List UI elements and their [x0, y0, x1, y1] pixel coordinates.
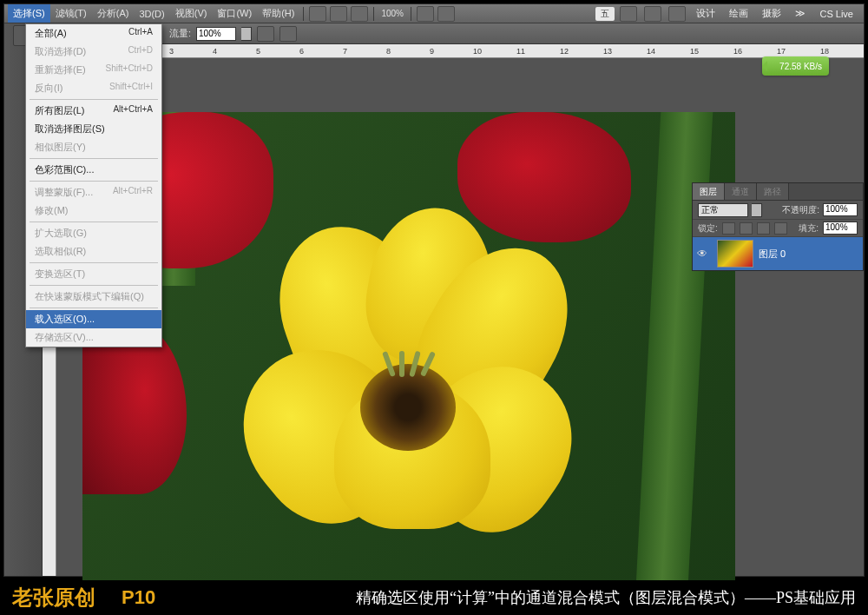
- menu-item: 反向(I)Shift+Ctrl+I: [26, 79, 161, 97]
- toolbar-btn[interactable]: [437, 6, 455, 22]
- separator: [411, 7, 411, 21]
- caption-bar: 老张原创 P10 精确选区使用“计算”中的通道混合模式（图层混合模式）——PS基…: [0, 580, 868, 615]
- link-more[interactable]: ≫: [790, 8, 811, 19]
- flow-input[interactable]: 100%: [196, 27, 236, 41]
- ime-indicator[interactable]: 五: [595, 7, 615, 21]
- menu-separator: [30, 99, 158, 100]
- menu-3d[interactable]: 3D(D): [134, 4, 169, 23]
- lock-all-icon[interactable]: [774, 222, 787, 235]
- menu-separator: [30, 262, 158, 263]
- dropdown-arrow-icon[interactable]: [752, 203, 762, 217]
- zoom-value[interactable]: 100%: [381, 9, 404, 18]
- toolbar-btn[interactable]: [620, 6, 637, 22]
- lock-label: 锁定:: [698, 222, 718, 235]
- menu-item: 选取相似(R): [26, 242, 161, 261]
- menu-item: 修改(M): [26, 202, 161, 220]
- menu-window[interactable]: 窗口(W): [212, 4, 257, 23]
- layer-thumbnail[interactable]: [717, 240, 753, 268]
- download-speed-badge: 72.58 KB/s: [762, 56, 829, 76]
- menu-item[interactable]: 色彩范围(C)...: [26, 161, 161, 179]
- lock-position-icon[interactable]: [757, 222, 770, 235]
- fill-label: 填充:: [799, 222, 819, 235]
- menubar-right: 五 设计 绘画 摄影 ≫ CS Live: [595, 6, 864, 22]
- visibility-eye-icon[interactable]: 👁: [693, 248, 712, 260]
- app-window: 选择(S) 滤镜(T) 分析(A) 3D(D) 视图(V) 窗口(W) 帮助(H…: [3, 3, 865, 577]
- page-number: P10: [122, 586, 155, 609]
- tab-channels[interactable]: 通道: [725, 183, 757, 200]
- menu-select[interactable]: 选择(S): [8, 4, 50, 23]
- blend-mode-select[interactable]: 正常: [698, 203, 748, 217]
- separator: [373, 7, 374, 21]
- author-brand: 老张原创: [12, 584, 95, 612]
- layer-list: 👁 图层 0: [693, 237, 863, 270]
- speed-value: 72.58 KB/s: [779, 62, 822, 71]
- toolbar-btn[interactable]: [330, 6, 347, 22]
- cs-live[interactable]: CS Live: [814, 9, 858, 19]
- menu-bar: 选择(S) 滤镜(T) 分析(A) 3D(D) 视图(V) 窗口(W) 帮助(H…: [4, 4, 864, 23]
- toolbar-btn[interactable]: [668, 6, 686, 22]
- tab-paths[interactable]: 路径: [757, 183, 789, 200]
- tab-layers[interactable]: 图层: [693, 183, 725, 200]
- menu-item: 取消选择(D)Ctrl+D: [26, 43, 161, 61]
- layer-row[interactable]: 👁 图层 0: [693, 237, 863, 270]
- layers-panel: 图层 通道 路径 正常 不透明度: 100% 锁定: 填充: 100% 👁 图层…: [692, 182, 864, 271]
- flow-label: 流量:: [169, 27, 191, 40]
- menu-item[interactable]: 全部(A)Ctrl+A: [26, 24, 161, 43]
- menu-separator: [30, 285, 158, 286]
- fill-input[interactable]: 100%: [823, 222, 858, 235]
- link-photo[interactable]: 摄影: [757, 7, 786, 20]
- menu-view[interactable]: 视图(V): [170, 4, 213, 23]
- panel-tabs: 图层 通道 路径: [693, 183, 863, 201]
- toolbar-btn[interactable]: [644, 6, 661, 22]
- lock-row: 锁定: 填充: 100%: [693, 220, 863, 237]
- menu-help[interactable]: 帮助(H): [257, 4, 299, 23]
- menu-separator: [30, 158, 158, 159]
- caption-text: 精确选区使用“计算”中的通道混合模式（图层混合模式）——PS基础应用: [356, 587, 856, 608]
- menu-filter[interactable]: 滤镜(T): [50, 4, 92, 23]
- toolbar-btn[interactable]: [417, 6, 434, 22]
- link-paint[interactable]: 绘画: [724, 7, 753, 20]
- opacity-input[interactable]: 100%: [823, 203, 858, 216]
- link-design[interactable]: 设计: [691, 7, 720, 20]
- menu-separator: [30, 308, 158, 308]
- layer-name[interactable]: 图层 0: [759, 248, 786, 261]
- tablet-pressure-icon[interactable]: [279, 26, 297, 42]
- menu-item: 在快速蒙版模式下编辑(Q): [26, 288, 161, 306]
- toolbar-btn[interactable]: [309, 6, 326, 22]
- blend-row: 正常 不透明度: 100%: [693, 201, 863, 220]
- menu-item: 相似图层(Y): [26, 138, 161, 156]
- menu-item[interactable]: 取消选择图层(S): [26, 120, 161, 138]
- opacity-label: 不透明度:: [782, 204, 819, 216]
- menu-item: 存储选区(V)...: [26, 328, 161, 347]
- document-image[interactable]: [82, 112, 735, 585]
- menu-item[interactable]: 载入选区(O)...: [26, 310, 161, 328]
- menu-item[interactable]: 所有图层(L)Alt+Ctrl+A: [26, 102, 161, 120]
- menu-analysis[interactable]: 分析(A): [92, 4, 135, 23]
- menu-item: 重新选择(E)Shift+Ctrl+D: [26, 61, 161, 79]
- lock-transparent-icon[interactable]: [722, 222, 735, 235]
- menu-item: 扩大选取(G): [26, 224, 161, 242]
- select-menu-dropdown: 全部(A)Ctrl+A取消选择(D)Ctrl+D重新选择(E)Shift+Ctr…: [25, 23, 162, 347]
- toolbar-btn[interactable]: [351, 6, 368, 22]
- menu-separator: [30, 181, 158, 182]
- separator: [303, 7, 304, 21]
- dropdown-arrow-icon[interactable]: [241, 27, 252, 41]
- airbrush-icon[interactable]: [257, 26, 274, 42]
- ruler-horizontal: 0123456789101112131415161718: [43, 44, 864, 58]
- menu-item: 变换选区(T): [26, 265, 161, 283]
- menu-separator: [30, 222, 158, 222]
- lock-pixels-icon[interactable]: [740, 222, 753, 235]
- menu-item: 调整蒙版(F)...Alt+Ctrl+R: [26, 183, 161, 202]
